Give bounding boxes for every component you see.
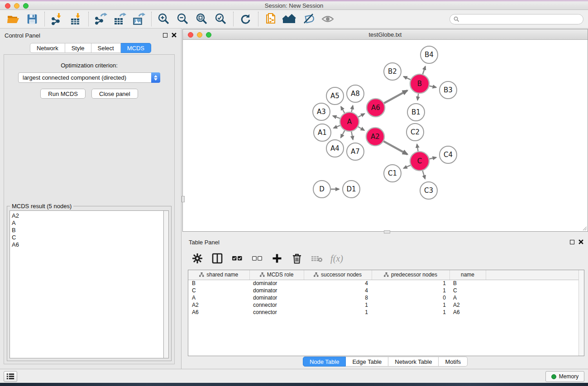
function-builder-icon[interactable]: f(x) bbox=[330, 252, 344, 265]
graph-edge-A2-C[interactable] bbox=[383, 141, 407, 154]
search-box[interactable] bbox=[449, 14, 583, 24]
search-input[interactable] bbox=[462, 16, 583, 23]
clone-network-icon[interactable] bbox=[261, 11, 280, 27]
graph-edge-A-A6[interactable] bbox=[358, 114, 364, 117]
export-network-icon[interactable] bbox=[91, 11, 110, 27]
graph-edge-B-B1[interactable] bbox=[417, 94, 418, 100]
graph-node-A1[interactable]: A1 bbox=[314, 124, 331, 141]
close-panel-icon[interactable] bbox=[172, 33, 177, 38]
network-window-titlebar[interactable]: testGlobe.txt bbox=[183, 29, 588, 40]
refresh-icon[interactable] bbox=[236, 11, 255, 27]
graph-edge-A-A7[interactable] bbox=[351, 132, 353, 140]
graph-node-C3[interactable]: C3 bbox=[420, 182, 437, 199]
graph-node-C[interactable]: C bbox=[410, 152, 429, 171]
graph-edge-A-A4[interactable] bbox=[341, 130, 345, 138]
zoom-out-icon[interactable] bbox=[173, 11, 192, 27]
float-table-panel-icon[interactable] bbox=[570, 240, 574, 244]
graph-node-D[interactable]: D bbox=[313, 181, 330, 198]
graph-edge-C-C1[interactable] bbox=[404, 165, 411, 168]
table-scrollbar[interactable] bbox=[578, 270, 584, 356]
graph-edge-A-A3[interactable] bbox=[333, 116, 340, 119]
memory-button[interactable]: Memory bbox=[545, 371, 584, 382]
graph-edge-C-C2[interactable] bbox=[417, 144, 418, 152]
tab-mcds[interactable]: MCDS bbox=[121, 43, 151, 53]
tab-motifs[interactable]: Motifs bbox=[439, 357, 468, 367]
column-header-predecessor-nodes[interactable]: predecessor nodes bbox=[372, 270, 449, 280]
graph-node-B1[interactable]: B1 bbox=[407, 104, 425, 121]
column-header-mcds-role[interactable]: MCDS role bbox=[249, 270, 304, 280]
graph-edge-A-A1[interactable] bbox=[334, 125, 340, 128]
criterion-select[interactable]: largest connected component (directed) bbox=[18, 72, 160, 83]
home-icon[interactable] bbox=[280, 11, 299, 27]
graph-node-A4[interactable]: A4 bbox=[326, 140, 344, 157]
mcds-result-item[interactable]: A2 bbox=[12, 212, 163, 219]
export-table-icon[interactable] bbox=[110, 11, 129, 27]
graph-edge-A-A5[interactable] bbox=[341, 107, 344, 113]
graph-node-C4[interactable]: C4 bbox=[440, 146, 457, 163]
column-header-shared-name[interactable]: shared name bbox=[188, 270, 249, 280]
select-all-icon[interactable] bbox=[230, 252, 244, 265]
graph-node-B[interactable]: B bbox=[410, 74, 429, 93]
resize-corner-icon[interactable] bbox=[582, 225, 587, 231]
close-table-panel-icon[interactable] bbox=[578, 239, 583, 244]
tab-network-table[interactable]: Network Table bbox=[388, 357, 439, 367]
graph-edge-C-C3[interactable] bbox=[422, 171, 425, 179]
mcds-result-list[interactable]: A2ABCA6 bbox=[10, 210, 164, 358]
import-network-icon[interactable] bbox=[48, 11, 67, 27]
columns-icon[interactable] bbox=[210, 252, 224, 265]
graph-node-A6[interactable]: A6 bbox=[367, 99, 385, 117]
node-table[interactable]: shared nameMCDS rolesuccessor nodesprede… bbox=[188, 270, 584, 356]
graph-node-A8[interactable]: A8 bbox=[347, 85, 364, 102]
table-row[interactable]: Adominator80A bbox=[188, 294, 584, 301]
deselect-all-icon[interactable] bbox=[250, 252, 264, 265]
mcds-list-scrollbar[interactable] bbox=[164, 210, 169, 358]
delete-column-icon[interactable] bbox=[290, 252, 304, 265]
mcds-result-item[interactable]: B bbox=[12, 227, 163, 234]
network-canvas[interactable]: B4B2BB3B1A5A8A6A3AA1A2C2A4A7C4CC1C3DD1 bbox=[183, 40, 588, 231]
mcds-result-item[interactable]: C bbox=[12, 234, 163, 241]
graph-node-D1[interactable]: D1 bbox=[343, 181, 360, 198]
zoom-fit-icon[interactable] bbox=[192, 11, 211, 27]
graph-node-B3[interactable]: B3 bbox=[440, 81, 457, 99]
graph-node-A[interactable]: A bbox=[340, 112, 359, 131]
tab-select[interactable]: Select bbox=[91, 43, 121, 53]
graph-edge-B-B3[interactable] bbox=[429, 86, 436, 87]
tab-style[interactable]: Style bbox=[65, 43, 91, 53]
table-row[interactable]: Bdominator41B bbox=[188, 280, 584, 287]
tab-network[interactable]: Network bbox=[30, 43, 65, 53]
column-header-name[interactable]: name bbox=[449, 270, 486, 280]
open-icon[interactable] bbox=[4, 11, 23, 27]
close-panel-button[interactable]: Close panel bbox=[91, 89, 138, 99]
add-column-icon[interactable] bbox=[270, 252, 284, 265]
table-row[interactable]: A6connector11A6 bbox=[188, 309, 584, 316]
zoom-selected-icon[interactable] bbox=[211, 11, 230, 27]
save-icon[interactable] bbox=[23, 11, 42, 27]
graph-node-A5[interactable]: A5 bbox=[326, 87, 344, 105]
eye-icon[interactable] bbox=[318, 11, 337, 27]
hide-labels-icon[interactable] bbox=[299, 11, 318, 27]
mcds-result-item[interactable]: A bbox=[12, 219, 163, 227]
delete-table-icon[interactable] bbox=[310, 252, 324, 265]
table-row[interactable]: A2connector11A2 bbox=[188, 301, 584, 309]
run-mcds-button[interactable]: Run MCDS bbox=[40, 89, 86, 99]
graph-node-A7[interactable]: A7 bbox=[347, 143, 364, 160]
graph-edge-B-B4[interactable] bbox=[423, 67, 425, 74]
splitter-handle-vertical[interactable] bbox=[182, 196, 185, 202]
tab-edge-table[interactable]: Edge Table bbox=[346, 357, 388, 367]
table-row[interactable]: Cdominator41C bbox=[188, 287, 584, 294]
graph-edge-B-B2[interactable] bbox=[404, 76, 411, 80]
float-panel-icon[interactable] bbox=[163, 33, 167, 38]
graph-edge-A6-B[interactable] bbox=[384, 91, 407, 103]
panel-list-icon[interactable] bbox=[4, 371, 17, 382]
export-image-icon[interactable] bbox=[129, 11, 148, 27]
column-header-successor-nodes[interactable]: successor nodes bbox=[304, 270, 372, 280]
graph-edge-A-A8[interactable] bbox=[352, 105, 353, 112]
graph-edge-A-A2[interactable] bbox=[358, 127, 364, 130]
tab-node-table[interactable]: Node Table bbox=[303, 357, 346, 367]
graph-node-C1[interactable]: C1 bbox=[384, 165, 401, 182]
gear-icon[interactable] bbox=[191, 252, 204, 265]
graph-node-A3[interactable]: A3 bbox=[313, 103, 330, 120]
graph-node-B2[interactable]: B2 bbox=[384, 63, 401, 80]
mcds-result-item[interactable]: A6 bbox=[12, 241, 163, 248]
graph-edge-C-C4[interactable] bbox=[429, 157, 436, 159]
